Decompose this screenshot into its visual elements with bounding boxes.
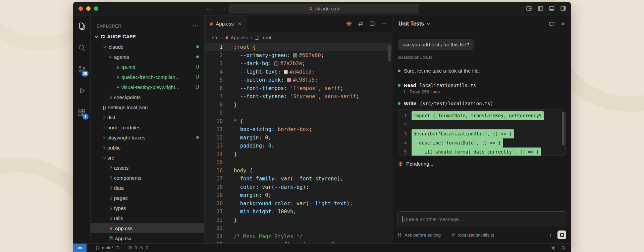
search-activity-button[interactable] [73,40,91,56]
message-input[interactable]: Queue another message... [397,211,566,227]
feedback-icon[interactable] [549,21,555,27]
explorer-item-app-css[interactable]: #App.css [91,223,204,233]
customize-layout-icon[interactable] [526,5,532,11]
code-line-12[interactable]: 12 margin: 0; [205,134,392,142]
extensions-activity-button[interactable]: 1 [73,104,91,120]
code-editor[interactable]: 1:root {2 --primary-green: #667a60;3 --d… [205,43,392,243]
explorer-item-playwright-traces[interactable]: playwright-traces [91,132,204,142]
code-line-25[interactable]: 25.menu-page, .confirmation-page { [205,241,392,243]
code-line-14[interactable]: 14} [205,150,392,159]
slash-command-hint[interactable]: / [550,232,551,238]
attached-file-label[interactable]: localizationUtils.ts [458,233,494,238]
remote-indicator[interactable]: >< [73,244,87,252]
breadcrumb-symbol[interactable]: :root [262,35,271,40]
activity-bar: 25 1 [73,15,91,243]
diff-code-block[interactable]: 1import { formatDate, translateKey, getC… [398,110,566,156]
close-panel-icon[interactable]: × [561,20,565,28]
chevron-right-icon [101,125,107,130]
close-window-button[interactable] [78,6,83,11]
explorer-item-node-modules[interactable]: node_modules [91,122,204,132]
code-line-1[interactable]: 1:root { [205,43,392,51]
explorer-item-quebec-french-complian[interactable]: quebec-french-complian...U [91,72,204,82]
code-line-9[interactable]: 9 [205,109,392,117]
code-line-17[interactable]: 17 font-family: var(--font-styrene); [205,175,392,183]
read-tool-call[interactable]: Read localizationUtils.ts [398,82,566,88]
code-line-13[interactable]: 13 padding: 0; [205,142,392,150]
code-line-16[interactable]: 16body { [205,167,392,175]
breadcrumb-src[interactable]: src [212,35,218,40]
code-line-21[interactable]: 21 min-height: 100vh; [205,208,392,216]
explorer-item-qa-md[interactable]: qa.mdU [91,62,204,72]
split-editor-icon[interactable] [369,21,375,27]
explorer-more-icon[interactable] [192,25,198,27]
code-line-11[interactable]: 11 box-sizing: border-box; [205,125,392,134]
more-actions-icon[interactable] [381,23,387,25]
code-block-scrollbar[interactable] [562,112,565,145]
explorer-item-assets[interactable]: assets [91,163,204,173]
explorer-activity-button[interactable] [73,18,91,34]
code-line-2[interactable]: 2 --primary-green: #667a60; [205,51,392,60]
explorer-item-claude[interactable]: .claude [91,42,204,52]
editor-scrollbar[interactable] [388,45,391,61]
compare-changes-icon[interactable]: ⇄ [358,20,363,27]
tab-close-icon[interactable]: × [238,20,241,27]
line-content: --dark-bg: #2a2b2a; [223,59,305,68]
explorer-item-dist[interactable]: dist [91,112,204,122]
explorer-item-pages[interactable]: pages [91,193,204,203]
paperclip-icon[interactable] [451,233,455,237]
explorer-item-checkpoints[interactable]: checkpoints [91,92,204,102]
code-line-4[interactable]: 4 --light-text: #d4d1cd; [205,68,392,76]
explorer-item-types[interactable]: types [91,203,204,213]
claude-spark-icon [398,161,403,167]
code-line-6[interactable]: 6 --font-tiempos: 'Tiempos', serif; [205,84,392,93]
explorer-item-agents[interactable]: agents [91,52,204,62]
code-line-24[interactable]: 24/* Menu Page Styles */ [205,233,392,241]
code-line-19[interactable]: 19 margin: 0; [205,191,392,200]
code-line-5[interactable]: 5 --button-pink: #c98fa5; [205,76,392,84]
run-debug-activity-button[interactable] [73,83,91,99]
permission-mode-label[interactable]: Ask before editing [405,233,441,238]
explorer-item-components[interactable]: components [91,173,204,183]
back-icon[interactable]: ← [206,5,212,12]
zoom-window-button[interactable] [94,6,98,11]
toggle-primary-sidebar-icon[interactable] [537,5,543,11]
git-branch-status[interactable]: main* [95,245,119,250]
code-line-22[interactable]: 22} [205,216,392,224]
command-center-search[interactable]: claude-cafe [229,4,419,13]
explorer-item-data[interactable]: data [91,183,204,193]
source-control-activity-button[interactable]: 25 [73,61,91,77]
notifications-bell-icon[interactable] [561,246,566,250]
explorer-item-visual-testing-playwright[interactable]: visual-testing-playwright...U [91,82,204,92]
breadcrumb-file[interactable]: App.css [230,35,248,40]
stop-button[interactable] [557,230,566,239]
toggle-panel-icon[interactable] [549,5,555,11]
explorer-item-app-tsx[interactable]: App.tsx [91,233,204,243]
write-tool-call[interactable]: Write (src/test/localization.ts) [398,100,566,106]
code-line-15[interactable]: 15 [205,158,392,167]
code-line-20[interactable]: 20 background-color: var(--light-text); [205,200,392,208]
chat-title-dropdown[interactable]: Unit Tests [398,21,431,27]
code-line-10[interactable]: 10* { [205,117,392,126]
permission-mode-icon[interactable] [397,233,402,237]
explorer-item-settings-local-json[interactable]: {}settings.local.json [91,102,204,112]
tab-app-css[interactable]: # App.css × [205,15,247,32]
problems-status[interactable]: 0 0 [128,245,148,250]
code-line-7[interactable]: 7 --font-styrene: 'Styrene', sans-serif; [205,92,392,101]
explorer-item-utils[interactable]: utils [91,213,204,223]
toggle-secondary-sidebar-icon[interactable] [560,5,566,11]
code-line-18[interactable]: 18 color: var(--dark-bg); [205,183,392,192]
code-line-8[interactable]: 8} [205,101,392,109]
code-line-3[interactable]: 3 --dark-bg: #2a2b2a; [205,59,392,68]
line-number: 4 [205,68,223,76]
workspace-root-row[interactable]: CLAUDE-CAFE [91,32,204,42]
explorer-item-public[interactable]: public [91,142,204,153]
minimize-window-button[interactable] [86,6,91,11]
code-line-23[interactable]: 23 [205,224,392,233]
diff-line-4: 4 describe('formatDate', () => { [398,138,565,148]
color-swatch [293,53,297,57]
claude-spark-icon[interactable] [346,21,352,27]
forward-icon[interactable]: → [220,5,227,12]
explorer-item-src[interactable]: src [91,153,204,163]
claude-status-icon[interactable] [551,246,555,250]
line-content: box-sizing: border-box; [223,125,312,134]
